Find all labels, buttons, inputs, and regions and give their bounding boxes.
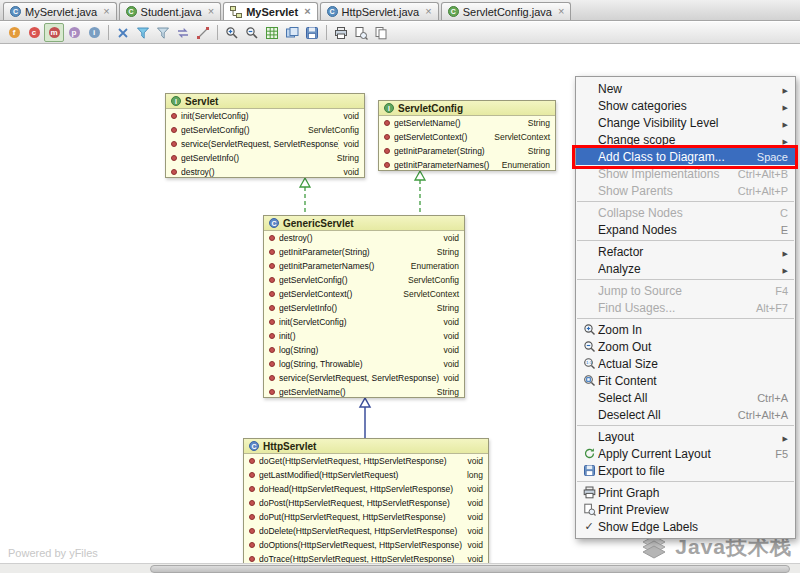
implements-edge-genericservlet-servletconfig[interactable]	[415, 171, 425, 215]
diagram-toolbar: f c m p i	[0, 22, 800, 44]
method-row[interactable]: doTrace(HttpServletRequest, HttpServletR…	[244, 552, 488, 563]
zoom-out-button[interactable]	[242, 23, 262, 42]
method-row[interactable]: service(ServletRequest, ServletResponse)…	[264, 371, 464, 385]
show-properties-button[interactable]: p	[64, 23, 84, 42]
tab-student-java[interactable]: Student.java	[119, 2, 222, 20]
menu-item-new[interactable]: New	[576, 80, 795, 97]
print-button[interactable]	[331, 23, 351, 42]
menu-item-zoom-in[interactable]: Zoom In	[576, 321, 795, 338]
menu-item-change-visibility-level[interactable]: Change Visibility Level	[576, 114, 795, 131]
method-signature: init()	[279, 331, 439, 341]
method-row[interactable]: doPut(HttpServletRequest, HttpServletRes…	[244, 510, 488, 524]
method-row[interactable]: getInitParameterNames() Enumeration	[379, 158, 555, 172]
implements-edge-genericservlet-servlet[interactable]	[300, 178, 310, 215]
save-icon	[305, 26, 319, 40]
actual-size-button[interactable]	[282, 23, 302, 42]
menu-item-analyze[interactable]: Analyze	[576, 260, 795, 277]
method-icon	[249, 500, 255, 506]
menu-item-print-preview[interactable]: Print Preview	[576, 501, 795, 518]
method-row[interactable]: log(String, Throwable) void	[264, 357, 464, 371]
close-icon[interactable]	[208, 6, 214, 17]
method-row[interactable]: getInitParameterNames() Enumeration	[264, 259, 464, 273]
horizontal-scrollbar[interactable]	[0, 563, 800, 573]
class-node-genericservlet[interactable]: GenericServlet destroy() void getInitPar…	[263, 215, 465, 398]
method-row[interactable]: doHead(HttpServletRequest, HttpServletRe…	[244, 482, 488, 496]
show-fields-button[interactable]: f	[4, 23, 24, 42]
print-preview-button[interactable]	[351, 23, 371, 42]
method-row[interactable]: doGet(HttpServletRequest, HttpServletRes…	[244, 454, 488, 468]
method-row[interactable]: getServletInfo() String	[264, 301, 464, 315]
close-icon[interactable]	[103, 6, 109, 17]
method-row[interactable]: doPost(HttpServletRequest, HttpServletRe…	[244, 496, 488, 510]
method-row[interactable]: getServletInfo() String	[166, 151, 364, 165]
method-icon	[249, 514, 255, 520]
draw-edges-button[interactable]	[193, 23, 213, 42]
tab-servletconfig-java[interactable]: ServletConfig.java	[441, 2, 572, 20]
remove-from-diagram-button[interactable]	[113, 23, 133, 42]
menu-item-layout[interactable]: Layout	[576, 428, 795, 445]
method-row[interactable]: getServletConfig() ServletConfig	[166, 123, 364, 137]
scrollbar-thumb[interactable]	[150, 565, 790, 573]
method-row[interactable]: destroy() void	[166, 165, 364, 179]
method-signature: getInitParameter(String)	[394, 146, 524, 156]
tab-myservlet-java[interactable]: MyServlet.java	[3, 2, 117, 20]
menu-item-zoom-out[interactable]: Zoom Out	[576, 338, 795, 355]
menu-item-actual-size[interactable]: 1:1 Actual Size	[576, 355, 795, 372]
copy-diagram-button[interactable]	[371, 23, 391, 42]
menu-item-print-graph[interactable]: Print Graph	[576, 484, 795, 501]
swap-direction-button[interactable]	[173, 23, 193, 42]
menu-item-expand-nodes[interactable]: Expand Nodes E	[576, 221, 795, 238]
menu-item-fit-content[interactable]: Fit Content	[576, 372, 795, 389]
tab-myservlet-diagram[interactable]: MyServlet	[223, 2, 317, 20]
close-icon[interactable]	[558, 6, 564, 17]
method-row[interactable]: getLastModified(HttpServletRequest) long	[244, 468, 488, 482]
method-row[interactable]: getServletName() String	[264, 385, 464, 399]
print-preview-icon	[354, 26, 368, 40]
method-row[interactable]: init(ServletConfig) void	[166, 109, 364, 123]
menu-item-refactor[interactable]: Refactor	[576, 243, 795, 260]
edge-filter-button[interactable]	[153, 23, 173, 42]
menu-item-show-categories[interactable]: Show categories	[576, 97, 795, 114]
save-diagram-button[interactable]	[302, 23, 322, 42]
close-icon[interactable]	[304, 6, 310, 17]
method-icon	[171, 141, 177, 147]
class-node-servletconfig[interactable]: ServletConfig getServletName() String ge…	[378, 100, 556, 171]
class-node-header: HttpServlet	[244, 439, 488, 454]
tab-httpservlet-java[interactable]: HttpServlet.java	[320, 2, 439, 20]
menu-item-apply-current-layout[interactable]: Apply Current Layout F5	[576, 445, 795, 462]
method-row[interactable]: getServletContext() ServletContext	[379, 130, 555, 144]
show-inner-classes-button[interactable]: i	[84, 23, 104, 42]
method-row[interactable]: getInitParameter(String) String	[379, 144, 555, 158]
class-node-httpservlet[interactable]: HttpServlet doGet(HttpServletRequest, Ht…	[243, 438, 489, 563]
menu-item-label: Fit Content	[598, 374, 788, 388]
method-row[interactable]: service(ServletRequest, ServletResponse)…	[166, 137, 364, 151]
menu-item-show-edge-labels[interactable]: Show Edge Labels	[576, 518, 795, 535]
method-row[interactable]: getServletConfig() ServletConfig	[264, 273, 464, 287]
method-row[interactable]: init(ServletConfig) void	[264, 315, 464, 329]
menu-item-export-to-file[interactable]: Export to file	[576, 462, 795, 479]
class-icon	[249, 441, 259, 451]
zoom-in-button[interactable]	[222, 23, 242, 42]
menu-item-change-scope[interactable]: Change scope	[576, 131, 795, 148]
interface-icon	[171, 96, 181, 106]
fit-content-icon	[265, 26, 279, 40]
method-row[interactable]: getServletContext() ServletContext	[264, 287, 464, 301]
method-row[interactable]: getServletName() String	[379, 116, 555, 130]
method-row[interactable]: getInitParameter(String) String	[264, 245, 464, 259]
method-row[interactable]: doOptions(HttpServletRequest, HttpServle…	[244, 538, 488, 552]
menu-item-deselect-all[interactable]: Deselect All Ctrl+Alt+A	[576, 406, 795, 423]
method-row[interactable]: destroy() void	[264, 231, 464, 245]
menu-item-select-all[interactable]: Select All Ctrl+A	[576, 389, 795, 406]
show-constructors-button[interactable]: c	[24, 23, 44, 42]
method-icon	[269, 305, 275, 311]
class-node-servlet[interactable]: Servlet init(ServletConfig) void getServ…	[165, 93, 365, 178]
method-row[interactable]: doDelete(HttpServletRequest, HttpServlet…	[244, 524, 488, 538]
fit-content-button[interactable]	[262, 23, 282, 42]
close-icon[interactable]	[425, 6, 431, 17]
extends-edge-httpservlet-genericservlet[interactable]	[360, 398, 370, 438]
show-methods-button[interactable]: m	[44, 23, 64, 42]
method-row[interactable]: log(String) void	[264, 343, 464, 357]
dependencies-filter-button[interactable]	[133, 23, 153, 42]
method-row[interactable]: init() void	[264, 329, 464, 343]
menu-item-add-class-to-diagram[interactable]: Add Class to Diagram... Space	[576, 148, 795, 165]
